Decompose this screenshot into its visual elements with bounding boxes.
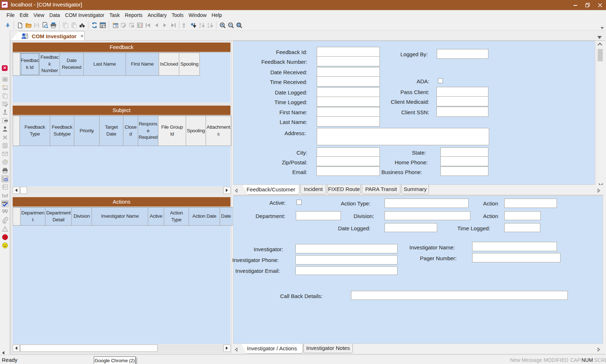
row-selector-header[interactable] [13, 207, 21, 226]
scroll-right-button[interactable] [223, 187, 230, 194]
zoom-out-icon[interactable] [227, 21, 235, 30]
tab-feedback-customer[interactable]: Feedback/Customer [242, 185, 299, 195]
refresh-icon[interactable] [90, 21, 98, 30]
menu-reports[interactable]: Reports [122, 11, 145, 19]
tab-summary[interactable]: Summary [401, 185, 429, 194]
save-icon[interactable] [32, 21, 41, 30]
address-input[interactable] [317, 128, 489, 145]
tab-scroll-left-icon[interactable] [234, 347, 237, 350]
previous-record-icon[interactable] [152, 21, 161, 30]
spellcheck-abc-icon[interactable] [1, 200, 9, 207]
menu-tools[interactable]: Tools [169, 11, 186, 19]
scrollbar-thumb[interactable] [20, 345, 158, 352]
verify-grid-icon[interactable] [1, 101, 9, 108]
close-window-button[interactable] [594, 0, 606, 10]
open-folder-icon[interactable] [24, 21, 32, 30]
new-record-icon[interactable] [111, 21, 119, 30]
menu-ancillary[interactable]: Ancillary [145, 11, 169, 19]
paste-icon[interactable] [70, 21, 78, 30]
column-header-investigator-name[interactable]: Investigator Name [92, 207, 148, 226]
actions-grid[interactable]: Department Department Detail Division In… [13, 207, 230, 344]
row-selector-header[interactable] [13, 116, 20, 146]
image-wizard-icon[interactable] [1, 84, 9, 91]
column-header-division[interactable]: Division [72, 207, 92, 226]
investigator-input[interactable] [295, 244, 398, 253]
warning-triangle-icon[interactable] [1, 225, 9, 232]
menu-view[interactable]: View [31, 11, 47, 19]
new-document-icon[interactable] [16, 21, 24, 30]
feedback-number-input[interactable] [317, 56, 380, 66]
table-view-icon[interactable] [98, 21, 107, 30]
column-header-closed[interactable]: Closed [123, 116, 138, 146]
tab-list-chevron-icon[interactable] [597, 34, 602, 40]
column-header-feedback-subtype[interactable]: Feedback Subtype [50, 116, 74, 146]
column-header-last-name[interactable]: Last Name [84, 53, 126, 76]
clear-sort-icon[interactable] [181, 21, 189, 30]
column-header-active[interactable]: Active [148, 207, 164, 226]
sort-ascending-icon[interactable] [198, 21, 206, 30]
apply-sort-icon[interactable] [189, 21, 198, 30]
business-phone-input[interactable] [440, 167, 488, 176]
toolbar-options-chevron-icon[interactable] [601, 24, 604, 31]
column-header-feedback-id[interactable]: Feedback Id [20, 53, 40, 76]
column-header-first-name[interactable]: First Name [126, 53, 159, 76]
next-record-icon[interactable] [161, 21, 169, 30]
print-icon[interactable] [49, 21, 57, 30]
delete-x-icon[interactable] [1, 134, 9, 141]
column-header-feedback-type[interactable]: Feedback Type [20, 116, 50, 146]
copy-icon[interactable] [61, 21, 70, 30]
investigator-email-input[interactable] [295, 266, 398, 275]
subject-grid[interactable]: Feedback Type Feedback Subtype Priority … [13, 115, 230, 186]
row-selector-header[interactable] [13, 53, 20, 76]
column-header-spooling[interactable]: Spooling [186, 116, 206, 146]
tab-com-investigator[interactable]: COM Investigator × [11, 31, 85, 41]
action2-input[interactable] [504, 211, 541, 220]
paperclip-icon[interactable] [1, 217, 9, 224]
sort-descending-icon[interactable] [206, 21, 214, 30]
notes-alert-icon[interactable] [1, 183, 9, 191]
menu-file[interactable]: File [4, 11, 17, 19]
find-icon[interactable] [78, 21, 86, 30]
cabinet-icon[interactable] [1, 142, 9, 149]
printer-icon[interactable] [1, 167, 9, 174]
client-ssn-input[interactable] [436, 107, 488, 117]
scroll-left-button[interactable] [13, 345, 20, 352]
forward-document-icon[interactable] [1, 117, 9, 124]
column-header-department[interactable]: Department [21, 207, 45, 226]
call-back-details-input[interactable] [351, 291, 568, 300]
last-name-input[interactable] [317, 116, 380, 126]
save-html-icon[interactable] [1, 175, 9, 182]
investigator-phone-input[interactable] [295, 255, 398, 265]
scrollbar-thumb[interactable] [20, 187, 27, 194]
column-header-response-required[interactable]: Response Required [138, 116, 158, 146]
envelope-icon[interactable] [1, 150, 9, 157]
tab-close-icon[interactable]: × [80, 33, 83, 39]
scrollbar-thumb[interactable] [598, 49, 603, 61]
last-record-icon[interactable] [169, 21, 177, 30]
column-header-action-type[interactable]: Action Type [164, 207, 189, 226]
eyeglasses-icon[interactable] [1, 192, 9, 199]
close-red-icon[interactable]: ✕ [2, 65, 8, 71]
tab-fixed-route[interactable]: FIXED Route [327, 185, 361, 194]
logged-by-input[interactable] [437, 49, 488, 59]
subject-horizontal-scrollbar[interactable] [13, 187, 230, 194]
copy-pages-icon[interactable] [1, 92, 9, 99]
chain-link-icon[interactable] [1, 208, 9, 216]
tab-investigator-notes[interactable]: Investigator Notes [303, 344, 353, 353]
record-list-icon[interactable] [136, 21, 144, 30]
scroll-right-button[interactable] [223, 345, 230, 352]
client-medicaid-input[interactable] [436, 96, 488, 106]
menu-edit[interactable]: Edit [17, 11, 31, 19]
date-received-input[interactable] [317, 67, 380, 77]
investigator-name-input[interactable] [472, 242, 557, 251]
sad-face-icon[interactable] [1, 234, 9, 241]
column-header-date-received[interactable]: Date Received [60, 53, 84, 76]
menu-window[interactable]: Window [186, 11, 209, 19]
column-header-feedback-number[interactable]: Feedback Number [40, 53, 60, 76]
scroll-up-button[interactable] [596, 41, 604, 48]
restore-button[interactable] [581, 0, 594, 10]
first-record-icon[interactable] [144, 21, 152, 30]
column-header-attachments[interactable]: Attachments [206, 116, 231, 146]
pass-client-input[interactable] [436, 87, 488, 97]
state-input[interactable] [440, 147, 488, 157]
